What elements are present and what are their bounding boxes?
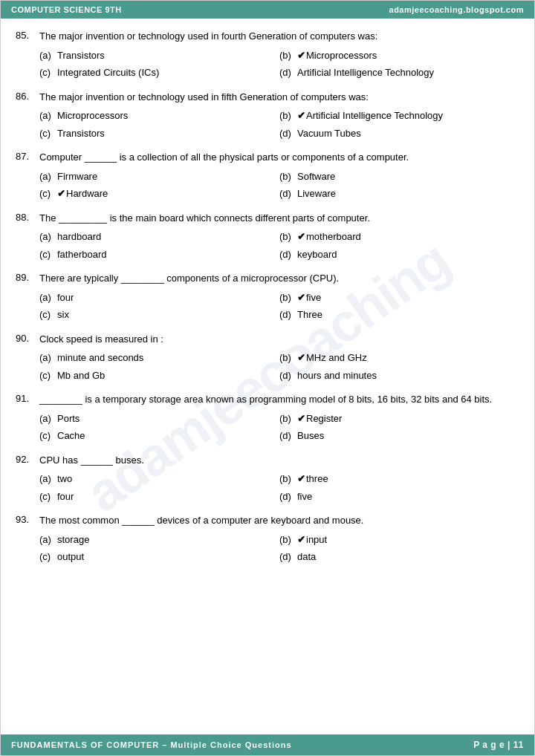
- option-item: (a)minute and seconds: [39, 350, 279, 366]
- question-block: 91.________ is a temporary storage area …: [16, 392, 519, 444]
- option-text: Register: [306, 411, 342, 426]
- option-label: (c): [39, 126, 57, 141]
- option-text: Artificial Intelligence Technology: [306, 108, 443, 123]
- option-text: two: [57, 472, 72, 486]
- option-text: Transistors: [57, 48, 105, 63]
- option-label: (a): [39, 411, 57, 426]
- option-text: input: [306, 532, 327, 547]
- option-text: Hardware: [66, 186, 108, 201]
- question-block: 88.The _________ is the main board which…: [16, 211, 519, 263]
- question-number: 88.: [16, 211, 39, 223]
- page-container: COMPUTER SCIENCE 9TH adamjeecoaching.blo…: [0, 0, 535, 756]
- option-label: (a): [39, 472, 57, 486]
- question-text: ________ is a temporary storage area kno…: [39, 392, 519, 407]
- option-label: (b): [279, 169, 297, 184]
- option-label: (a): [39, 108, 57, 123]
- option-check: ✔: [297, 229, 305, 244]
- options-grid: (a)Microprocessors(b) ✔ Artificial Intel…: [39, 108, 519, 141]
- options-grid: (a)Firmware(b)Software(c) ✔ Hardware(d)L…: [39, 169, 519, 202]
- option-check: ✔: [297, 472, 305, 486]
- option-item: (a)hardboard: [39, 229, 279, 245]
- option-item: (b) ✔ three: [279, 471, 519, 487]
- option-text: storage: [57, 532, 89, 547]
- option-label: (d): [279, 550, 297, 564]
- option-item: (b) ✔ Register: [279, 411, 519, 427]
- option-text: Cache: [57, 428, 85, 443]
- question-number: 92.: [16, 453, 39, 465]
- option-item: (c)Integrated Circuits (ICs): [39, 65, 279, 81]
- option-item: (d)five: [279, 489, 519, 505]
- option-item: (c)four: [39, 489, 279, 505]
- option-text: five: [306, 290, 321, 305]
- question-number: 89.: [16, 271, 39, 283]
- question-text: The _________ is the main board which co…: [39, 211, 519, 226]
- option-text: Three: [297, 307, 322, 322]
- option-text: Mb and Gb: [57, 368, 105, 383]
- option-item: (d)Artificial Intelligence Technology: [279, 65, 519, 81]
- option-item: (a)Ports: [39, 411, 279, 427]
- question-text: The most common ______ devices of a comp…: [39, 513, 519, 528]
- question-block: 89.There are typically ________ componen…: [16, 271, 519, 323]
- option-label: (c): [39, 247, 57, 262]
- question-text: Clock speed is measured in :: [39, 332, 519, 347]
- footer-right: P a g e | 11: [473, 740, 524, 750]
- question-text: There are typically ________ components …: [39, 271, 519, 286]
- option-item: (c)output: [39, 549, 279, 565]
- option-label: (c): [39, 368, 57, 383]
- options-grid: (a)storage(b) ✔ input(c)output(d)data: [39, 532, 519, 565]
- question-number: 85.: [16, 29, 39, 41]
- option-label: (a): [39, 532, 57, 547]
- option-text: Microprocessors: [306, 48, 377, 63]
- question-block: 90.Clock speed is measured in :(a)minute…: [16, 332, 519, 384]
- question-text: Computer ______ is a collection of all t…: [39, 150, 519, 165]
- option-item: (d)Buses: [279, 428, 519, 444]
- question-block: 93.The most common ______ devices of a c…: [16, 513, 519, 565]
- option-text: four: [57, 489, 74, 504]
- option-label: (b): [279, 229, 297, 244]
- option-check: ✔: [297, 48, 305, 63]
- option-check: ✔: [297, 351, 305, 365]
- option-item: (c)six: [39, 307, 279, 323]
- options-grid: (a)minute and seconds(b) ✔ MHz and GHz(c…: [39, 350, 519, 383]
- question-block: 86.The major invention or technology use…: [16, 90, 519, 142]
- option-item: (a)Firmware: [39, 169, 279, 185]
- options-grid: (a)Ports(b) ✔ Register(c)Cache(d)Buses: [39, 411, 519, 444]
- option-item: (d)hours and minutes: [279, 368, 519, 384]
- question-text: The major invention or technology used i…: [39, 90, 519, 105]
- question-text: CPU has ______ buses.: [39, 453, 519, 468]
- option-text: four: [57, 290, 74, 305]
- question-number: 87.: [16, 150, 39, 162]
- option-item: (a)Microprocessors: [39, 108, 279, 124]
- option-label: (b): [279, 48, 297, 63]
- question-block: 92.CPU has ______ buses.(a)two(b) ✔ thre…: [16, 453, 519, 505]
- option-label: (c): [39, 307, 57, 322]
- option-label: (a): [39, 351, 57, 365]
- option-text: Liveware: [297, 186, 336, 201]
- option-text: Vacuum Tubes: [297, 126, 361, 141]
- option-text: MHz and GHz: [306, 351, 367, 365]
- question-number: 90.: [16, 332, 39, 344]
- option-label: (a): [39, 229, 57, 244]
- option-label: (c): [39, 428, 57, 443]
- options-grid: (a)four(b) ✔ five(c)six(d)Three: [39, 290, 519, 323]
- option-text: motherboard: [306, 229, 361, 244]
- option-item: (b) ✔ motherboard: [279, 229, 519, 245]
- option-item: (d)Vacuum Tubes: [279, 126, 519, 142]
- option-text: Buses: [297, 428, 324, 443]
- option-text: five: [297, 489, 312, 504]
- option-text: Artificial Intelligence Technology: [297, 65, 434, 80]
- option-label: (b): [279, 108, 297, 123]
- option-label: (d): [279, 247, 297, 262]
- option-label: (b): [279, 472, 297, 486]
- option-label: (d): [279, 368, 297, 383]
- question-row: 92.CPU has ______ buses.: [16, 453, 519, 468]
- option-text: Transistors: [57, 126, 105, 141]
- option-item: (c)Cache: [39, 428, 279, 444]
- option-text: minute and seconds: [57, 351, 143, 365]
- questions-container: 85.The major invention or technology use…: [16, 29, 519, 565]
- option-item: (a)Transistors: [39, 48, 279, 64]
- option-text: Ports: [57, 411, 80, 426]
- option-item: (b) ✔ Microprocessors: [279, 48, 519, 64]
- option-label: (c): [39, 65, 57, 80]
- option-item: (b) ✔ Artificial Intelligence Technology: [279, 108, 519, 124]
